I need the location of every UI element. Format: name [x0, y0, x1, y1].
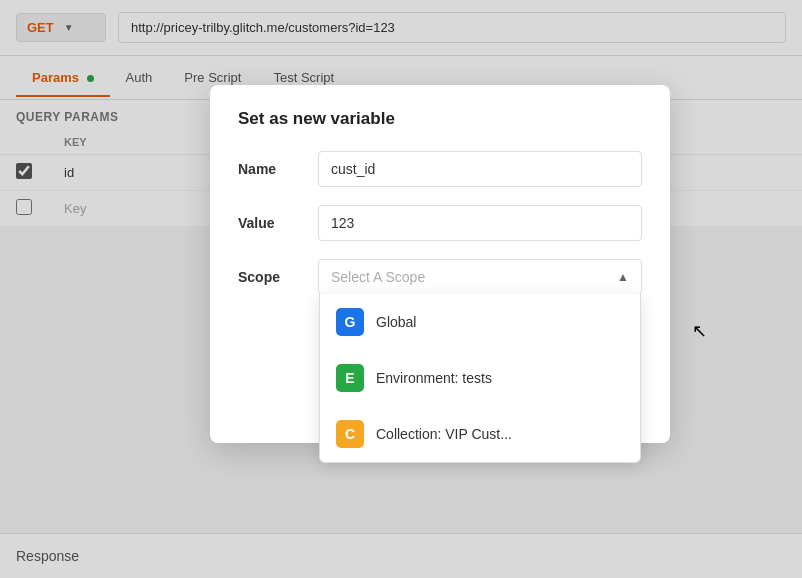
- value-row: Value: [238, 205, 642, 241]
- scope-selector[interactable]: Select A Scope ▲ G Global E Environment:…: [318, 259, 642, 295]
- dropdown-item-environment[interactable]: E Environment: tests: [320, 350, 640, 406]
- scope-dropdown: G Global E Environment: tests C Collecti…: [319, 294, 641, 463]
- value-label: Value: [238, 215, 318, 231]
- collection-icon: C: [336, 420, 364, 448]
- dropdown-item-collection[interactable]: C Collection: VIP Cust...: [320, 406, 640, 462]
- scope-chevron-icon: ▲: [617, 270, 629, 284]
- dialog-title: Set as new variable: [238, 109, 642, 129]
- scope-placeholder: Select A Scope: [331, 269, 425, 285]
- global-label: Global: [376, 314, 416, 330]
- environment-icon: E: [336, 364, 364, 392]
- name-input[interactable]: [318, 151, 642, 187]
- name-label: Name: [238, 161, 318, 177]
- scope-label: Scope: [238, 269, 318, 285]
- collection-label: Collection: VIP Cust...: [376, 426, 512, 442]
- value-input[interactable]: [318, 205, 642, 241]
- global-icon: G: [336, 308, 364, 336]
- dropdown-item-global[interactable]: G Global: [320, 294, 640, 350]
- set-variable-dialog: Set as new variable Name Value Scope Sel…: [210, 85, 670, 443]
- environment-label: Environment: tests: [376, 370, 492, 386]
- scope-row: Scope Select A Scope ▲ G Global E Enviro…: [238, 259, 642, 295]
- name-row: Name: [238, 151, 642, 187]
